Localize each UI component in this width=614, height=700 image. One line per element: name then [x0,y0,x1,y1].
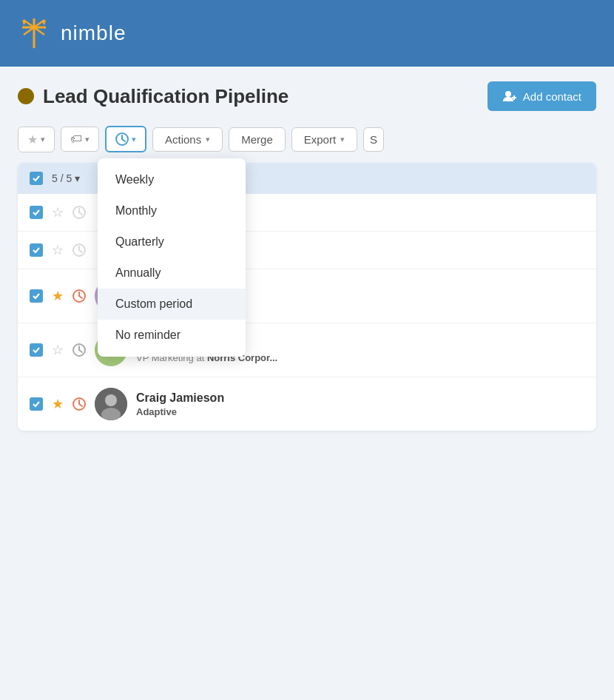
star-chevron: ▾ [41,135,45,144]
star-icon: ★ [27,132,38,147]
toolbar: ★ ▾ 🏷 ▾ ▾ Weekly Monthly Quarterly [18,126,596,152]
svg-line-18 [79,250,82,252]
logo-area: nimble [15,14,126,53]
person-silhouette [95,388,127,420]
count-chevron: ▾ [75,172,80,184]
svg-point-7 [505,91,511,97]
app-header: nimble [0,0,614,67]
svg-point-29 [105,394,117,406]
merge-label: Merge [241,133,273,146]
row-checkbox[interactable] [30,343,43,357]
row-checkbox[interactable] [30,397,43,411]
star-toggle[interactable]: ☆ [52,342,64,358]
count-label: 5 / 5 ▾ [52,172,80,184]
clock-indicator-orange [72,289,86,303]
page-title: Lead Qualification Pipeline [43,85,289,108]
dropdown-item-quarterly[interactable]: Quarterly [98,226,246,258]
actions-chevron: ▾ [206,135,210,144]
dropdown-item-annually[interactable]: Annually [98,258,246,289]
clock-dropdown-container: ▾ Weekly Monthly Quarterly Annually Cust… [105,126,146,152]
actions-button[interactable]: Actions ▾ [152,127,223,152]
contact-company: Adaptive [136,406,584,417]
clock-indicator-orange [72,397,86,411]
dropdown-item-monthly[interactable]: Monthly [98,195,246,226]
clock-icon [115,132,129,146]
clock-dropdown-menu: Weekly Monthly Quarterly Annually Custom… [98,158,246,357]
contact-info: Craig Jamieson Adaptive [136,391,584,417]
tag-filter-button[interactable]: 🏷 ▾ [61,127,99,152]
clock-indicator [72,243,86,257]
select-all-checkbox[interactable] [30,172,43,185]
svg-line-15 [79,212,82,215]
actions-label: Actions [165,133,201,146]
clock-chevron: ▾ [132,135,136,144]
merge-button[interactable]: Merge [229,127,286,152]
export-button[interactable]: Export ▾ [291,127,357,152]
star-toggle[interactable]: ★ [52,396,64,412]
clock-filter-button[interactable]: ▾ [105,126,146,152]
title-row: Lead Qualification Pipeline Add contact [18,81,596,111]
star-filter-button[interactable]: ★ ▾ [18,127,55,152]
dropdown-item-no-reminder[interactable]: No reminder [98,320,246,351]
add-person-icon [502,89,517,104]
star-toggle[interactable]: ☆ [52,204,64,221]
count-text: 5 / 5 [52,172,72,184]
page-content: Lead Qualification Pipeline Add contact … [0,67,614,445]
export-chevron: ▾ [340,135,345,144]
company-bold: Adaptive [136,406,177,417]
tag-chevron: ▾ [85,135,90,144]
star-toggle[interactable]: ☆ [52,242,64,258]
logo-text: nimble [61,21,126,45]
row-checkbox[interactable] [30,243,43,257]
tag-icon: 🏷 [70,132,82,146]
contact-avatar-img [95,388,127,420]
star-toggle[interactable]: ★ [52,288,64,304]
title-left: Lead Qualification Pipeline [18,85,289,108]
add-contact-button[interactable]: Add contact [488,81,596,111]
add-contact-label: Add contact [523,90,581,103]
table-row: ★ Craig Jamieson Adaptive [18,377,596,431]
contact-name[interactable]: Craig Jamieson [136,391,584,405]
nimble-logo-icon [15,14,53,53]
row-checkbox[interactable] [30,206,43,219]
pipeline-dot [18,88,34,104]
export-label: Export [304,133,336,146]
dropdown-item-custom-period[interactable]: Custom period [98,289,246,320]
row-checkbox[interactable] [30,289,43,303]
extra-label: S [370,133,377,146]
extra-button[interactable]: S [363,127,384,152]
clock-indicator [72,206,86,219]
clock-indicator-gray [72,343,86,357]
dropdown-item-weekly[interactable]: Weekly [98,164,246,195]
